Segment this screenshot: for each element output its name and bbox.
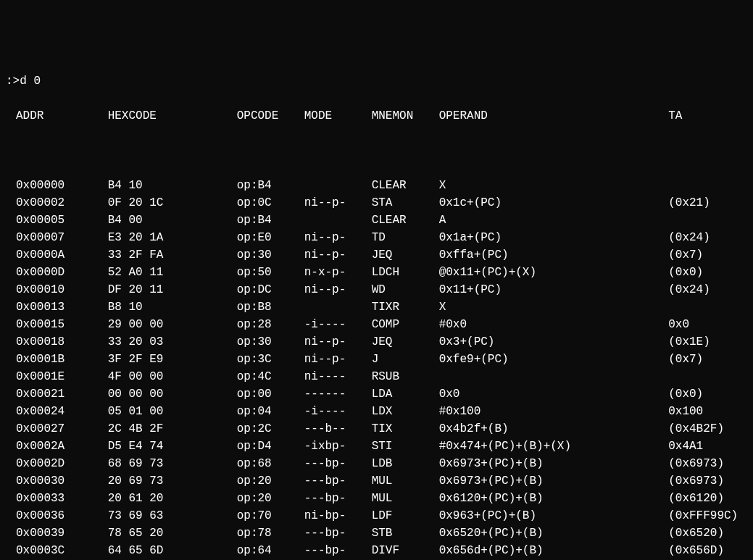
disassembly-row: 0x0001833 20 03op:30ni--p-JEQ0x3+(PC)(0x… — [6, 333, 747, 351]
cell-opcode: op:0C — [237, 194, 304, 212]
cell-operand: @0x11+(PC)+(X) — [439, 264, 669, 281]
cell-ta — [668, 177, 747, 194]
cell-opcode: op:2C — [237, 420, 304, 438]
cell-mode: n-x-p- — [304, 264, 372, 281]
cell-operand: 0x11+(PC) — [439, 281, 669, 298]
cell-opcode: op:70 — [237, 507, 304, 525]
cell-addr: 0x00000 — [6, 177, 108, 194]
cell-hexcode: DF 20 11 — [108, 281, 237, 298]
cell-operand: 0x1c+(PC) — [439, 194, 669, 212]
cell-mode: ni--p- — [304, 351, 372, 368]
cell-mode: ---bp- — [304, 490, 372, 507]
disassembly-row: 0x00000B4 10op:B4CLEARX — [6, 177, 747, 194]
cell-mode: -i---- — [304, 316, 372, 333]
cell-hexcode: 68 69 73 — [108, 455, 237, 472]
cell-operand: 0x0 — [439, 385, 669, 403]
cell-mode: ---b-- — [304, 420, 372, 438]
cell-opcode: op:20 — [237, 490, 304, 507]
cell-mnemon: WD — [372, 281, 439, 298]
cell-hexcode: 73 69 63 — [108, 507, 237, 525]
cell-hexcode: 20 61 20 — [108, 490, 237, 507]
cell-opcode: op:3C — [237, 351, 304, 368]
cell-opcode: op:DC — [237, 281, 304, 298]
cell-hexcode: 00 00 00 — [108, 385, 237, 403]
cell-mnemon: LDCH — [372, 264, 439, 281]
disassembly-row: 0x0001E4F 00 00op:4Cni----RSUB — [6, 368, 747, 385]
cell-ta: 0x100 — [668, 403, 747, 420]
cell-mnemon: CLEAR — [372, 177, 439, 194]
cell-hexcode: 33 20 03 — [108, 333, 237, 351]
cell-mnemon: LDX — [372, 403, 439, 420]
cell-addr: 0x0001B — [6, 351, 108, 368]
disassembly-row: 0x0001B3F 2F E9op:3Cni--p-J0xfe9+(PC)(0x… — [6, 351, 747, 368]
cell-mnemon: LDB — [372, 455, 439, 472]
disassembly-row: 0x0003978 65 20op:78---bp-STB0x6520+(PC)… — [6, 525, 747, 542]
cell-hexcode: 33 2F FA — [108, 246, 237, 264]
cell-mode: ni--p- — [304, 281, 372, 298]
header-row: ADDR HEXCODE OPCODE MODE MNEMON OPERAND … — [6, 107, 747, 125]
cell-opcode: op:E0 — [237, 229, 304, 246]
disassembly-row: 0x00005B4 00op:B4CLEARA — [6, 212, 747, 229]
cell-mnemon: COMP — [372, 316, 439, 333]
cell-mnemon: J — [372, 351, 439, 368]
cell-addr: 0x00002 — [6, 194, 108, 212]
cell-addr: 0x00007 — [6, 229, 108, 246]
cell-operand: 0x1a+(PC) — [439, 229, 669, 246]
cell-opcode: op:50 — [237, 264, 304, 281]
cell-opcode: op:B8 — [237, 298, 304, 316]
cell-mode: -ixbp- — [304, 438, 372, 455]
cell-mnemon: LDA — [372, 385, 439, 403]
cell-operand: #0x474+(PC)+(B)+(X) — [439, 438, 669, 455]
cell-opcode: op:D4 — [237, 438, 304, 455]
cell-mode — [304, 298, 372, 316]
disassembly-body: 0x00000B4 10op:B4CLEARX0x000020F 20 1Cop… — [6, 177, 747, 560]
header-addr: ADDR — [6, 107, 108, 125]
command-prompt[interactable]: :>d 0 — [6, 72, 747, 90]
cell-addr: 0x00027 — [6, 420, 108, 438]
cell-operand: X — [439, 298, 669, 316]
disassembly-row: 0x0002405 01 00op:04-i----LDX#0x1000x100 — [6, 403, 747, 420]
cell-hexcode: 52 A0 11 — [108, 264, 237, 281]
cell-opcode: op:64 — [237, 542, 304, 559]
header-ta: TA — [668, 107, 747, 125]
cell-addr: 0x00010 — [6, 281, 108, 298]
cell-hexcode: D5 E4 74 — [108, 438, 237, 455]
cell-hexcode: B8 10 — [108, 298, 237, 316]
cell-ta: (0x1E) — [668, 333, 747, 351]
cell-mode: ---bp- — [304, 525, 372, 542]
cell-operand: A — [439, 212, 669, 229]
cell-mode: ni--p- — [304, 229, 372, 246]
cell-opcode: op:30 — [237, 246, 304, 264]
cell-hexcode: 2C 4B 2F — [108, 420, 237, 438]
cell-mnemon: DIVF — [372, 542, 439, 559]
cell-opcode: op:30 — [237, 333, 304, 351]
header-hexcode: HEXCODE — [108, 107, 237, 125]
cell-ta: (0x6973) — [668, 455, 747, 472]
cell-hexcode: B4 00 — [108, 212, 237, 229]
cell-operand: 0x6520+(PC)+(B) — [439, 525, 669, 542]
cell-ta: (0xFFF99C) — [668, 507, 747, 525]
cell-addr: 0x00024 — [6, 403, 108, 420]
cell-addr: 0x00021 — [6, 385, 108, 403]
cell-ta: (0x24) — [668, 229, 747, 246]
disassembly-row: 0x00013B8 10op:B8TIXRX — [6, 298, 747, 316]
disassembly-row: 0x0003673 69 63op:70ni-bp-LDF0x963+(PC)+… — [6, 507, 747, 525]
cell-mode: -i---- — [304, 403, 372, 420]
cell-operand: 0x6120+(PC)+(B) — [439, 490, 669, 507]
cell-addr: 0x0002D — [6, 455, 108, 472]
cell-mnemon: STB — [372, 525, 439, 542]
cell-mnemon: TD — [372, 229, 439, 246]
cell-addr: 0x00036 — [6, 507, 108, 525]
cell-hexcode: 20 69 73 — [108, 472, 237, 490]
cell-ta: (0x21) — [668, 194, 747, 212]
cell-ta: (0x7) — [668, 351, 747, 368]
cell-ta — [668, 368, 747, 385]
disassembly-row: 0x0002D68 69 73op:68---bp-LDB0x6973+(PC)… — [6, 455, 747, 472]
disassembly-row: 0x0003020 69 73op:20---bp-MUL0x6973+(PC)… — [6, 472, 747, 490]
cell-addr: 0x00033 — [6, 490, 108, 507]
cell-hexcode: 4F 00 00 — [108, 368, 237, 385]
header-mnemon: MNEMON — [372, 107, 439, 125]
cell-operand: 0xffa+(PC) — [439, 246, 669, 264]
disassembly-row: 0x0002100 00 00op:00------LDA0x0(0x0) — [6, 385, 747, 403]
cell-addr: 0x0003C — [6, 542, 108, 559]
